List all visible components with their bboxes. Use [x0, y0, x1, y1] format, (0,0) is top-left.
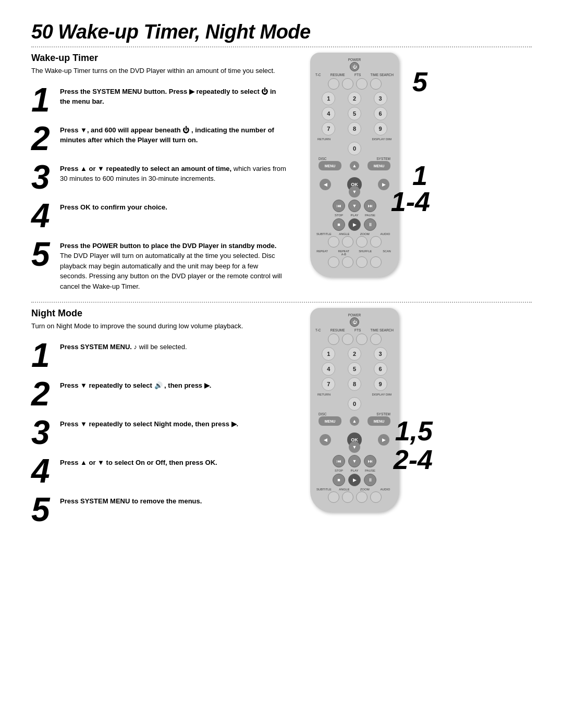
btn-1-2[interactable]: 1 [322, 347, 335, 361]
btn-1[interactable]: 1 [322, 92, 335, 105]
subtitle-btn[interactable] [328, 236, 339, 248]
down2-btn-2[interactable]: ▼ [348, 455, 361, 467]
btn-4-2[interactable]: 4 [322, 362, 335, 376]
btn-5[interactable]: 5 [348, 107, 361, 120]
return-label: RETURN [317, 138, 331, 141]
subtitle-btn-2[interactable] [328, 491, 339, 503]
btn-0-2[interactable]: 0 [348, 397, 361, 411]
nav-right-btn[interactable]: ▶ [378, 179, 389, 190]
page-title: 50 Wake-up Timer, Night Mode [31, 21, 532, 43]
btn-5-2[interactable]: 5 [348, 362, 361, 376]
angle-btn-2[interactable] [342, 491, 353, 503]
shuffle-lbl: SHUFFLE [359, 250, 372, 256]
remote-col-2: POWER ⏻ T-C RESUME FTS TIME SEARCH [297, 308, 412, 532]
night-step-4: 4 Press ▲ or ▼ to select On or Off, then… [31, 454, 287, 488]
play-btn[interactable]: ▶ [348, 218, 361, 231]
btn-4[interactable]: 4 [322, 107, 335, 120]
fts-label: FTS [354, 73, 361, 77]
repeat-lbl: REPEAT [315, 250, 329, 256]
zoom-btn-2[interactable] [356, 491, 368, 503]
btn-3-2[interactable]: 3 [374, 347, 387, 361]
nav-up-btn[interactable]: ▲ [350, 161, 359, 170]
remote-2-wrapper: POWER ⏻ T-C RESUME FTS TIME SEARCH [310, 308, 399, 512]
fts-button-2[interactable] [356, 334, 368, 345]
tc-button-2[interactable] [328, 334, 339, 345]
disc-label: DISC [319, 157, 327, 161]
btn-6[interactable]: 6 [374, 107, 387, 120]
nav-down-btn[interactable]: ▼ [349, 186, 360, 198]
btn-3[interactable]: 3 [374, 92, 387, 105]
scan-lbl: SCAN [380, 250, 394, 256]
night-step-1: 1 Press SYSTEM MENU. ♪ will be selected. [31, 339, 287, 372]
timesearch-button-2[interactable] [370, 334, 382, 345]
btn-7[interactable]: 7 [322, 122, 335, 135]
system-menu-button-2[interactable]: MENU [368, 416, 390, 426]
night-step-text-5: Press SYSTEM MENU to remove the menus. [60, 493, 202, 507]
remote-1: POWER ⏻ T-C RESUME FTS TIME SEARCH [310, 53, 399, 277]
btn-6-2[interactable]: 6 [374, 362, 387, 376]
tc-button[interactable] [328, 78, 339, 90]
repeat-ab-btn[interactable] [342, 256, 353, 268]
pause-label-2: PAUSE [364, 469, 376, 472]
tc-label-2: T-C [315, 328, 321, 332]
night-step-number-3: 3 [31, 416, 55, 449]
fts-button[interactable] [356, 78, 368, 90]
disc-menu-button[interactable]: MENU [319, 161, 341, 170]
system-menu-button[interactable]: MENU [368, 161, 390, 170]
prev-btn-2[interactable]: ⏮ [333, 455, 345, 467]
resume-button[interactable] [342, 78, 353, 90]
zero-row: 0 [314, 142, 395, 155]
nav-right-btn-2[interactable]: ▶ [378, 434, 389, 446]
power-button[interactable]: ⏻ [350, 62, 359, 71]
next-btn-2[interactable]: ⏭ [364, 455, 376, 467]
step-number-3: 3 [31, 161, 55, 194]
transport-row-1: ⏮ ▼ ⏭ [314, 200, 395, 212]
timesearch-button[interactable] [370, 78, 382, 90]
btn-9-2[interactable]: 9 [374, 377, 387, 391]
next-btn[interactable]: ⏭ [364, 200, 376, 212]
btn-2-2[interactable]: 2 [348, 347, 361, 361]
displaydim-label: DISPLAY DIM [372, 138, 391, 141]
nav-left-btn[interactable]: ◀ [320, 179, 331, 190]
shuffle-btn[interactable] [356, 256, 368, 268]
step-ref-1-5: 1,5 [395, 417, 433, 445]
power-button-2[interactable]: ⏻ [350, 317, 359, 327]
disc-menu-button-2[interactable]: MENU [319, 416, 341, 426]
prev-btn[interactable]: ⏮ [333, 200, 345, 212]
audio-btn[interactable] [370, 236, 382, 248]
nav-down-btn-2[interactable]: ▼ [349, 441, 360, 453]
angle-btn[interactable] [342, 236, 353, 248]
zoom-btn[interactable] [356, 236, 368, 248]
subtitle-btn-row-2 [314, 491, 395, 503]
return-label-2: RETURN [317, 393, 331, 396]
subtitle-lbl-2: SUBTITLE [316, 488, 331, 491]
power-label-2: POWER [314, 313, 395, 317]
night-step-5: 5 Press SYSTEM MENU to remove the menus. [31, 493, 287, 526]
resume-button-2[interactable] [342, 334, 353, 345]
repeat-btn[interactable] [328, 256, 339, 268]
btn-8-2[interactable]: 8 [348, 377, 361, 391]
btn-0[interactable]: 0 [348, 142, 361, 155]
nav-up-btn-2[interactable]: ▲ [350, 416, 359, 426]
audio-btn-2[interactable] [370, 491, 382, 503]
btn-2[interactable]: 2 [348, 92, 361, 105]
night-left-col: Night Mode Turn on Night Mode to improve… [31, 308, 287, 532]
btn-9[interactable]: 9 [374, 122, 387, 135]
btn-7-2[interactable]: 7 [322, 377, 335, 391]
stop-label-2: STOP [333, 469, 345, 472]
stop-btn[interactable]: ■ [333, 218, 345, 231]
nav-left-btn-2[interactable]: ◀ [320, 434, 331, 446]
transport-labels: STOP PLAY PAUSE [314, 214, 395, 217]
pause-btn-2[interactable]: ⏸ [364, 474, 376, 486]
play-btn-2[interactable]: ▶ [348, 474, 361, 486]
subtitle-btn-row [314, 236, 395, 248]
night-step-text-3: Press ▼ repeatedly to select Night mode,… [60, 416, 238, 429]
scan-btn[interactable] [370, 256, 382, 268]
btn-8[interactable]: 8 [348, 122, 361, 135]
stop-btn-2[interactable]: ■ [333, 474, 345, 486]
menu-btn-row: MENU ▲ MENU [314, 161, 395, 170]
wakeup-step-4: 4 Press OK to confirm your choice. [31, 199, 287, 232]
down2-btn[interactable]: ▼ [348, 200, 361, 212]
step-text-1: Press the SYSTEM MENU button. Press ▶ re… [60, 83, 287, 107]
pause-btn[interactable]: ⏸ [364, 218, 376, 231]
